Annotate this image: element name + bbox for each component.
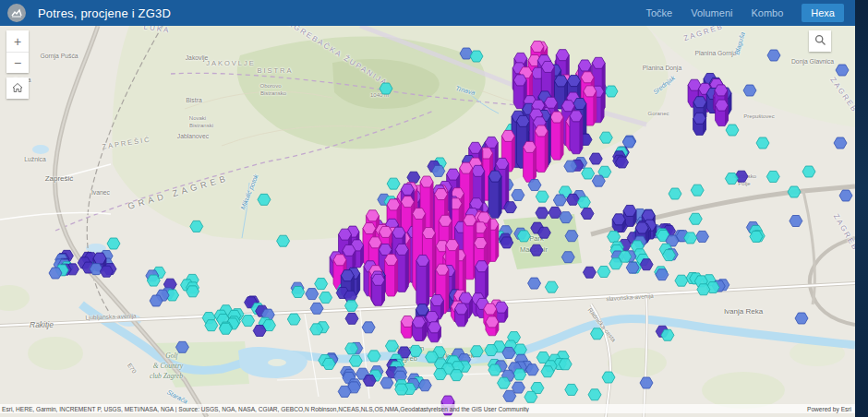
hex-bin[interactable] [565,231,578,242]
hex-bin[interactable] [205,320,218,331]
hex-bin[interactable] [502,347,515,358]
tab-kombo[interactable]: Kombo [751,7,783,18]
hex-bin[interactable] [549,207,561,218]
hex-bin[interactable] [385,340,398,351]
hex-bin[interactable] [525,364,538,375]
hex-bin[interactable] [836,65,849,76]
hex-bin[interactable] [319,292,332,304]
hex-bin[interactable] [409,345,422,356]
hex-bin[interactable] [434,369,447,380]
hex-bin[interactable] [450,370,463,381]
hex-bin[interactable] [258,194,271,205]
hex-bin[interactable] [541,366,554,377]
hex-bin[interactable] [790,216,802,227]
hex-bin[interactable] [49,268,62,279]
hex-bin[interactable] [380,377,393,388]
hex-bin[interactable] [545,281,558,292]
hex-bin[interactable] [599,132,612,143]
hex-bin[interactable] [767,50,780,61]
hex-bin[interactable] [344,300,357,311]
hex-bin[interactable] [766,171,779,182]
map-viewport[interactable]: LUKAGornja PušćaPušćaLužnicaZAPREŠIĆZapr… [0,26,855,417]
hex-bin[interactable] [432,165,445,176]
hex-bin[interactable] [345,313,358,324]
hex-bin[interactable] [795,313,808,324]
hex-bin[interactable] [536,191,549,202]
hex-bin[interactable] [602,372,615,383]
hex-bin[interactable] [363,375,376,386]
hex-bin[interactable] [513,344,526,355]
hex-bin[interactable] [566,194,579,205]
hex-bin[interactable] [504,202,517,213]
hex-bin[interactable] [597,267,610,278]
hex-bin[interactable] [592,175,605,186]
hex-bin[interactable] [589,153,602,164]
hex-bin[interactable] [253,325,266,336]
hex-bin[interactable] [553,195,566,206]
hex-bin[interactable] [612,214,625,232]
hex-bin[interactable] [187,286,199,297]
hex-bin[interactable] [626,262,639,273]
hex-bin[interactable] [407,172,420,183]
hex-bin[interactable] [416,255,429,308]
hex-bin[interactable] [559,359,572,370]
hex-bin[interactable] [524,141,536,182]
hex-bin[interactable] [500,237,513,248]
hex-bin[interactable] [535,125,548,173]
tab-hexa[interactable]: Hexa [802,4,844,22]
hex-bin[interactable] [684,232,697,244]
hex-bin[interactable] [488,364,501,375]
hex-bin[interactable] [656,269,669,280]
hex-bin[interactable] [306,289,319,300]
hex-bin[interactable] [716,100,729,125]
hex-bin[interactable] [583,267,596,278]
hex-bin[interactable] [512,189,524,200]
hex-bin[interactable] [368,351,380,362]
hex-bin[interactable] [622,137,635,148]
hex-bin[interactable] [743,85,756,96]
hex-bin[interactable] [380,83,392,94]
hex-bin[interactable] [726,125,739,136]
hex-bin[interactable] [696,231,709,242]
hex-bin[interactable] [292,286,305,297]
hex-bin[interactable] [287,314,300,325]
zoom-in-button[interactable]: + [6,30,29,52]
hex-bin[interactable] [689,213,702,224]
hex-bin[interactable] [536,208,549,219]
hex-bin[interactable] [608,232,621,243]
hex-bin[interactable] [315,279,328,290]
hex-bin[interactable] [488,171,501,218]
hex-bin[interactable] [349,355,362,366]
hex-bin[interactable] [322,358,335,369]
hex-bin[interactable] [561,252,574,263]
hex-bin[interactable] [616,157,629,168]
hex-bin[interactable] [570,111,583,154]
hex-bin[interactable] [338,386,351,397]
hex-bin[interactable] [418,380,431,391]
hex-bin[interactable] [395,384,408,395]
hex-bin[interactable] [428,322,440,342]
zoom-out-button[interactable]: − [6,52,29,73]
hex-bin[interactable] [485,345,498,356]
hex-bin[interactable] [725,173,738,185]
hex-bin[interactable] [802,166,815,177]
hex-bin[interactable] [242,316,255,327]
hex-bin[interactable] [310,324,323,335]
tab-volumeni[interactable]: Volumeni [691,7,732,18]
hex-bin[interactable] [588,389,601,400]
hex-bin[interactable] [150,295,163,306]
hex-bin[interactable] [387,178,400,189]
hex-bin[interactable] [524,391,537,402]
home-button[interactable] [6,77,29,99]
hex-bin[interactable] [175,341,188,352]
hex-bin[interactable] [362,322,375,333]
hex-bin[interactable] [640,259,653,270]
hex-bin[interactable] [605,86,618,97]
hex-bin[interactable] [372,274,385,305]
search-button[interactable] [809,30,831,52]
hex-bin[interactable] [190,220,203,232]
hex-bin[interactable] [498,377,511,388]
hex-bin[interactable] [470,346,483,357]
hex-bin[interactable] [662,250,675,261]
hex-bin[interactable] [697,284,710,295]
